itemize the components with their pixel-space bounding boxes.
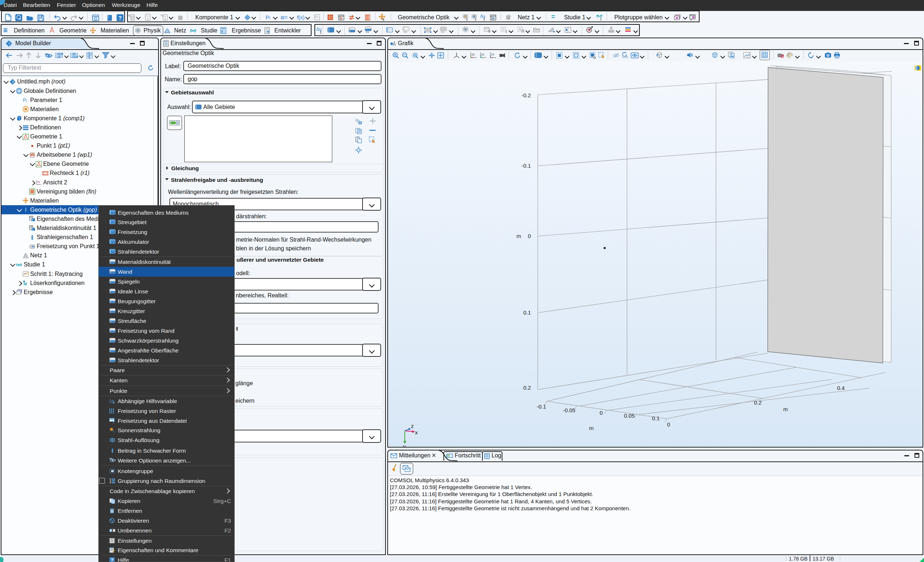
svg-text:-0.1: -0.1	[521, 162, 531, 169]
svg-text:m: m	[783, 406, 788, 412]
svg-text:m: m	[589, 425, 594, 431]
svg-text:xy: xy	[471, 53, 475, 56]
svg-text:1: 1	[506, 30, 507, 33]
svg-text:0.1: 0.1	[652, 415, 660, 421]
svg-text:y: y	[403, 443, 406, 447]
svg-text:-0.2: -0.2	[521, 92, 531, 98]
svg-text:x: x	[415, 429, 418, 436]
svg-text:xz: xz	[491, 53, 494, 56]
svg-text:Da: Da	[441, 31, 444, 33]
svg-text:0: 0	[600, 410, 603, 416]
svg-text:?: ?	[111, 557, 113, 562]
svg-text:∫: ∫	[109, 398, 111, 403]
svg-text:i: i	[26, 99, 27, 103]
svg-text:Pi: Pi	[315, 15, 318, 19]
svg-text:?: ?	[118, 15, 122, 21]
svg-text:P: P	[23, 97, 26, 103]
svg-text:0.2: 0.2	[754, 400, 762, 406]
svg-text:0.2: 0.2	[523, 385, 531, 391]
svg-text:0.05: 0.05	[624, 413, 634, 419]
svg-text:m: m	[517, 233, 521, 239]
svg-text:-0.05: -0.05	[563, 407, 575, 413]
svg-text:0: 0	[528, 233, 531, 239]
svg-text:Da: Da	[404, 31, 407, 33]
svg-text:Da: Da	[366, 31, 369, 33]
svg-text:0.1: 0.1	[523, 310, 531, 316]
svg-text:0: 0	[667, 421, 670, 428]
svg-text:z: z	[411, 423, 414, 429]
svg-text:0.4: 0.4	[837, 385, 845, 391]
svg-text:xy: xy	[37, 180, 40, 183]
svg-text:yz: yz	[481, 53, 484, 56]
svg-text:-0.1: -0.1	[537, 403, 546, 410]
